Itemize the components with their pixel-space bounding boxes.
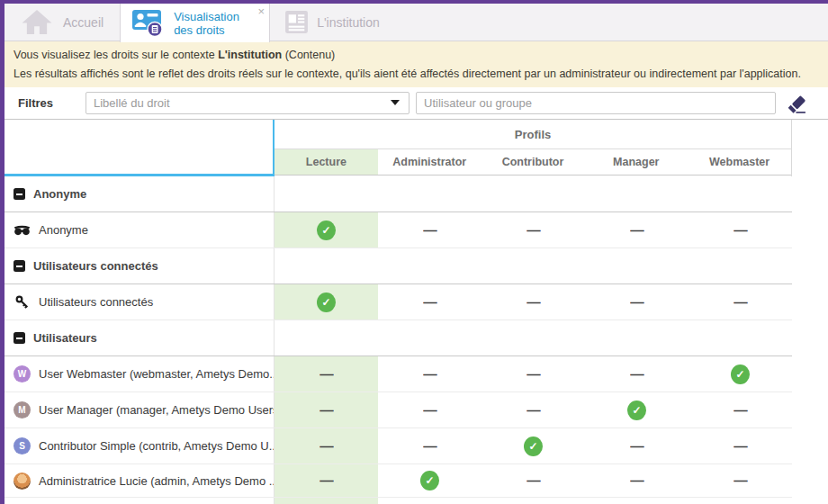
row-label: Contributor Simple (contrib, Ametys Demo… xyxy=(39,439,274,453)
not-granted-dash: — xyxy=(423,403,436,418)
permission-cells: ✓———— xyxy=(274,212,792,248)
permission-cell: — xyxy=(585,464,688,497)
group-row-label-area: Anonyme xyxy=(4,176,274,212)
not-granted-dash: — xyxy=(526,403,540,418)
row-label-area: S Contributor Simple (contrib, Ametys De… xyxy=(4,428,274,464)
partial-next-row xyxy=(4,498,792,504)
group-row-anonyme[interactable]: Anonyme xyxy=(4,176,792,212)
context-info-banner: Vous visualisez les droits sur le contex… xyxy=(4,41,828,87)
permission-row-user-webmaster[interactable]: W User Webmaster (webmaster, Ametys Demo… xyxy=(4,356,792,392)
home-icon xyxy=(19,7,55,37)
not-granted-dash: — xyxy=(734,223,747,238)
row-label-area: Anonyme xyxy=(4,212,274,248)
permission-cell: ✓ xyxy=(274,284,378,320)
banner-line-1: Vous visualisez les droits sur le contex… xyxy=(14,49,819,61)
row-label: Administratrice Lucie (admin, Ametys Dem… xyxy=(39,474,274,488)
permission-cell: — xyxy=(274,392,378,428)
not-granted-dash: — xyxy=(630,439,644,454)
not-granted-dash: — xyxy=(734,403,747,418)
not-granted-dash: — xyxy=(734,295,747,310)
user-or-group-filter-input[interactable] xyxy=(416,92,776,114)
not-granted-dash: — xyxy=(526,295,540,310)
not-granted-dash: — xyxy=(526,223,540,238)
not-granted-dash: — xyxy=(423,295,436,310)
not-granted-dash: — xyxy=(630,223,644,238)
profile-columns: Lecture Administrator Contributor Manage… xyxy=(274,149,791,176)
permission-cell: — xyxy=(688,428,792,464)
tab-label: L'institution xyxy=(317,15,380,30)
collapse-group-icon[interactable] xyxy=(14,188,25,200)
not-granted-dash: — xyxy=(526,473,540,488)
permission-row-utilisateurs-connectes[interactable]: Utilisateurs connectés ✓———— xyxy=(4,284,792,320)
permission-row-contributor-simple[interactable]: S Contributor Simple (contrib, Ametys De… xyxy=(4,428,792,464)
not-granted-dash: — xyxy=(630,367,644,382)
permission-cell: — xyxy=(378,392,482,428)
collapse-group-icon[interactable] xyxy=(14,332,25,344)
tab-accueil[interactable]: Accueil xyxy=(4,4,118,40)
permission-cell: — xyxy=(378,284,482,320)
not-granted-dash: — xyxy=(320,473,333,488)
group-row-label-area: Utilisateurs xyxy=(4,320,274,356)
key-icon xyxy=(14,295,31,309)
tab-institution[interactable]: L'institution xyxy=(270,4,394,40)
not-granted-dash: — xyxy=(423,367,436,382)
group-cells xyxy=(274,320,792,356)
permission-cell: — xyxy=(585,428,688,464)
permission-cell: — xyxy=(482,464,585,497)
rights-visualization-app: { "tabs": [ { "label": "Accueil", "icon"… xyxy=(0,0,828,504)
permission-cells: ————✓ xyxy=(274,356,792,392)
user-avatar: S xyxy=(14,437,31,454)
tab-visualisation-des-droits[interactable]: Visualisation des droits × xyxy=(120,4,270,42)
row-label: User Webmaster (webmaster, Ametys Demo..… xyxy=(39,367,274,381)
permission-cell: — xyxy=(585,284,688,320)
group-row-utilisateurs[interactable]: Utilisateurs xyxy=(4,320,792,356)
column-header-administrator[interactable]: Administrator xyxy=(378,149,482,175)
permission-cell: ✓ xyxy=(274,212,378,248)
granted-check-icon: ✓ xyxy=(731,364,750,384)
granted-check-icon: ✓ xyxy=(420,471,439,490)
right-label-filter-input[interactable] xyxy=(86,92,410,114)
row-label-area: Utilisateurs connectés xyxy=(4,284,274,320)
not-granted-dash: — xyxy=(526,367,540,382)
group-row-utilisateurs-connectes[interactable]: Utilisateurs connectés xyxy=(4,248,792,284)
permission-cell: ✓ xyxy=(585,392,688,428)
collapse-group-icon[interactable] xyxy=(14,260,25,272)
tab-label: Visualisation des droits xyxy=(174,10,249,37)
permission-cell: — xyxy=(688,212,792,248)
permission-cell: — xyxy=(688,392,792,428)
row-label-area: W User Webmaster (webmaster, Ametys Demo… xyxy=(4,356,274,392)
content-document-icon xyxy=(284,9,309,35)
permission-cell: — xyxy=(585,212,688,248)
granted-check-icon: ✓ xyxy=(524,436,543,456)
row-label: Anonyme xyxy=(39,223,88,237)
permission-cells: ✓———— xyxy=(274,284,792,320)
column-header-webmaster[interactable]: Webmaster xyxy=(688,149,791,175)
not-granted-dash: — xyxy=(630,473,644,488)
permission-cell: — xyxy=(482,356,585,392)
granted-check-icon: ✓ xyxy=(317,220,336,240)
permission-cell: — xyxy=(482,284,585,320)
filter-bar: Filtres xyxy=(4,87,828,120)
permission-row-user-manager[interactable]: M User Manager (manager, Ametys Demo Use… xyxy=(4,392,792,428)
permission-row-anonyme[interactable]: Anonyme ✓———— xyxy=(4,212,792,248)
not-granted-dash: — xyxy=(320,439,333,454)
profiles-header-group: Profils Lecture Administrator Contributo… xyxy=(274,120,792,176)
not-granted-dash: — xyxy=(734,473,747,488)
column-header-contributor[interactable]: Contributor xyxy=(482,149,585,175)
not-granted-dash: — xyxy=(320,403,333,418)
not-granted-dash: — xyxy=(734,439,747,454)
row-label-area: M User Manager (manager, Ametys Demo Use… xyxy=(4,392,274,428)
not-granted-dash: — xyxy=(630,295,644,310)
permission-row-administratrice-lucie[interactable]: Administratrice Lucie (admin, Ametys Dem… xyxy=(4,464,792,498)
rights-visualization-icon xyxy=(131,8,166,38)
column-header-lecture[interactable]: Lecture xyxy=(274,149,378,175)
tab-bar: Accueil Visualisation des droits × xyxy=(4,4,828,41)
close-tab-icon[interactable]: × xyxy=(258,6,266,17)
rights-table-body: Anonyme Anonyme ✓———— Utilisateurs conne… xyxy=(4,176,828,504)
column-header-manager[interactable]: Manager xyxy=(584,149,688,175)
banner-line-2: Les résultats affichés sont le reflet de… xyxy=(14,68,819,80)
eraser-icon xyxy=(787,94,807,114)
clear-filters-button[interactable] xyxy=(785,92,808,115)
partial-row-lecture-cell xyxy=(274,498,378,504)
group-cells xyxy=(274,176,792,212)
